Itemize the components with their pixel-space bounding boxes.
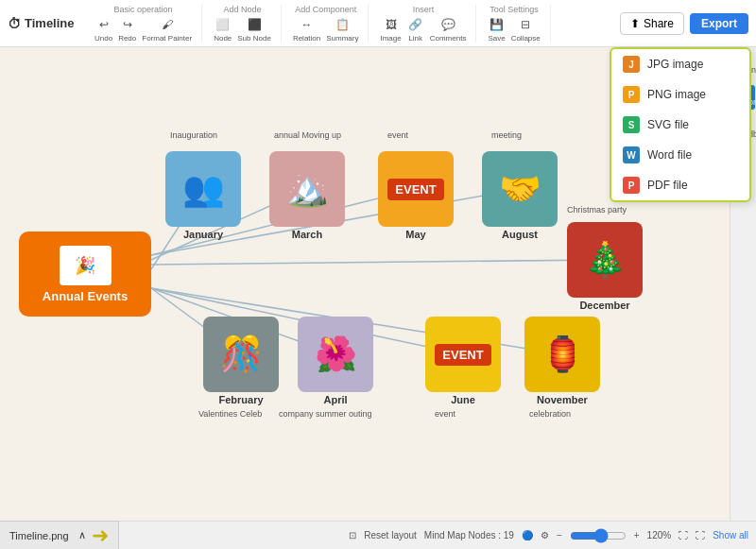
february-label: February xyxy=(218,394,263,405)
december-annotation: Christmas party xyxy=(567,205,627,214)
export-svg[interactable]: S SVG file xyxy=(611,110,749,140)
march-label: March xyxy=(292,229,322,240)
central-label: Annual Events xyxy=(43,289,128,303)
november-annotation: celebration xyxy=(529,409,571,419)
export-pdf[interactable]: P PDF file xyxy=(611,170,749,200)
jpg-icon: J xyxy=(623,56,640,73)
node-april[interactable]: 🌺 April company summer outing xyxy=(298,317,373,405)
april-icon: 🌺 xyxy=(315,335,357,374)
june-label: June xyxy=(451,394,475,405)
may-annotation: event xyxy=(387,130,408,140)
save-btn[interactable]: 💾Save xyxy=(488,16,505,43)
file-tab-arrow: ➜ xyxy=(92,523,109,548)
summary-btn[interactable]: 📋Summary xyxy=(326,16,358,43)
insert-label: Insert xyxy=(413,5,435,14)
show-all-btn[interactable]: Show all xyxy=(713,530,748,540)
node-btn[interactable]: ⬜Node xyxy=(214,16,232,43)
relation-btn[interactable]: ↔Relation xyxy=(293,16,320,43)
tool-settings-label: Tool Settings xyxy=(490,5,539,14)
node-june[interactable]: EVENT June event xyxy=(425,317,501,405)
reset-layout-label: Reset layout xyxy=(364,530,417,540)
word-icon: W xyxy=(623,146,640,163)
svg-line-4 xyxy=(151,260,605,265)
january-box: 👥 xyxy=(165,151,241,227)
app-title: ⏱ Timeline xyxy=(8,16,83,31)
node-march[interactable]: annual Moving up 🏔️ March xyxy=(269,151,345,240)
node-january[interactable]: Inauguration 👥 January xyxy=(165,151,241,240)
export-dropdown: J JPG image P PNG image S SVG file W Wor… xyxy=(610,47,751,202)
share-icon: ⬆ xyxy=(630,17,640,30)
august-label: August xyxy=(502,229,538,240)
february-icon: 🎊 xyxy=(220,335,263,374)
toolbar-right: ⬆ Share Export xyxy=(620,12,748,35)
zoom-in-icon[interactable]: + xyxy=(634,530,640,540)
sub-node-btn[interactable]: ⬛Sub Node xyxy=(237,16,271,43)
file-tab-close[interactable]: ∧ xyxy=(78,529,86,541)
june-event-text: EVENT xyxy=(435,344,490,366)
insert-section: Insert 🖼Image 🔗Link 💬Comments xyxy=(380,5,476,43)
march-icon: 🏔️ xyxy=(286,169,329,209)
add-node-section: Add Node ⬜Node ⬛Sub Node xyxy=(214,5,282,43)
november-box: 🏮 xyxy=(524,317,600,392)
node-february[interactable]: 🎊 February Valentines Celeb xyxy=(203,317,279,405)
export-jpg[interactable]: J JPG image xyxy=(611,49,749,79)
august-box: 🤝 xyxy=(482,151,558,227)
central-node[interactable]: 🎉 Annual Events xyxy=(19,232,151,317)
november-label: November xyxy=(537,394,588,405)
export-word[interactable]: W Word file xyxy=(611,140,749,170)
february-box: 🎊 xyxy=(203,317,279,392)
link-btn[interactable]: 🔗Link xyxy=(407,16,424,43)
november-icon: 🏮 xyxy=(541,335,584,374)
fullscreen-icon[interactable]: ⛶ xyxy=(696,530,705,540)
april-label: April xyxy=(323,394,347,405)
file-tab[interactable]: Timeline.png ∧ ➜ xyxy=(0,521,119,549)
march-box: 🏔️ xyxy=(269,151,345,227)
march-annotation: annual Moving up xyxy=(274,130,341,140)
export-png[interactable]: P PNG image xyxy=(611,79,749,110)
zoom-out-icon[interactable]: − xyxy=(557,530,562,540)
zoom-level: 120% xyxy=(647,530,672,540)
december-icon: 🎄 xyxy=(584,240,627,280)
february-annotation: Valentines Celeb xyxy=(198,409,262,419)
comments-btn[interactable]: 💬Comments xyxy=(430,16,467,43)
january-annotation: Inauguration xyxy=(170,130,217,140)
april-annotation: company summer outing xyxy=(279,409,372,419)
undo-btn[interactable]: ↩Undo xyxy=(94,16,112,43)
central-icon: 🎉 xyxy=(60,246,112,285)
basic-operation-label: Basic operation xyxy=(114,5,173,14)
december-box: 🎄 xyxy=(567,222,643,298)
add-component-label: Add Component xyxy=(295,5,356,14)
nodes-label: Mind Map Nodes : 19 xyxy=(424,530,514,540)
basic-operation-section: Basic operation ↩Undo ↪Redo 🖌Format Pain… xyxy=(94,5,202,43)
august-icon: 🤝 xyxy=(499,169,541,209)
tool-settings-section: Tool Settings 💾Save ⊟Collapse xyxy=(488,5,550,43)
january-label: January xyxy=(183,229,223,240)
redo-btn[interactable]: ↪Redo xyxy=(118,16,136,43)
node-may[interactable]: event EVENT May xyxy=(378,151,454,240)
collapse-btn[interactable]: ⊟Collapse xyxy=(511,16,541,43)
node-november[interactable]: 🏮 November celebration xyxy=(524,317,600,405)
settings-icon[interactable]: ⚙ xyxy=(541,530,549,540)
fit-icon[interactable]: ⛶ xyxy=(679,530,688,540)
nodes-icon: 🔵 xyxy=(522,530,533,540)
svg-icon: S xyxy=(623,116,640,133)
may-box: EVENT xyxy=(378,151,454,227)
zoom-slider[interactable] xyxy=(570,528,627,543)
january-icon: 👥 xyxy=(182,169,225,209)
may-event-text: EVENT xyxy=(387,179,443,200)
node-december[interactable]: Christmas party 🎄 December xyxy=(567,222,643,311)
reset-layout-btn[interactable]: ⊡ xyxy=(349,530,356,540)
december-label: December xyxy=(579,300,629,311)
august-annotation: meeting xyxy=(491,130,522,140)
toolbar: ⏱ Timeline Basic operation ↩Undo ↪Redo 🖌… xyxy=(0,0,756,47)
node-august[interactable]: meeting 🤝 August xyxy=(482,151,558,240)
april-box: 🌺 xyxy=(298,317,373,392)
statusbar-right: ⊡ Reset layout Mind Map Nodes : 19 🔵 ⚙ −… xyxy=(349,528,748,543)
image-btn[interactable]: 🖼Image xyxy=(380,16,401,43)
june-box: EVENT xyxy=(425,317,501,392)
export-button[interactable]: Export xyxy=(690,13,748,34)
format-painter-btn[interactable]: 🖌Format Painter xyxy=(142,16,192,43)
share-button[interactable]: ⬆ Share xyxy=(620,12,684,35)
may-label: May xyxy=(405,229,425,240)
png-icon: P xyxy=(623,86,640,103)
